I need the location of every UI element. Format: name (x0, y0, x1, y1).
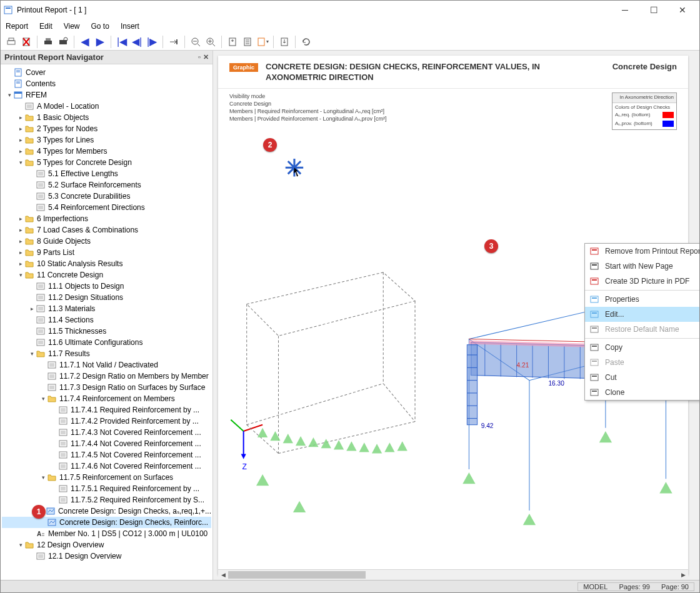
menu-edit[interactable]: Edit (39, 22, 52, 31)
chevron-right-icon[interactable]: ▸ (17, 238, 24, 244)
scroll-left-button[interactable]: ◀ (218, 570, 228, 580)
chevron-down-icon[interactable]: ▾ (6, 92, 13, 98)
tree-item[interactable]: Cover (2, 67, 211, 78)
tree-item[interactable]: ▸6 Imperfections (2, 213, 211, 224)
tree-item[interactable]: 11.7.5.1 Required Reinforcement by ... (2, 483, 211, 494)
scroll-right-button[interactable]: ▶ (678, 570, 688, 580)
printer-button[interactable] (41, 35, 55, 49)
minimize-button[interactable]: ─ (611, 1, 639, 19)
menu-insert[interactable]: Insert (121, 22, 139, 31)
tree-item[interactable]: ▸4 Types for Members (2, 146, 211, 157)
tree-item[interactable]: 11.7.2 Design Ratio on Members by Member (2, 371, 211, 382)
context-menu-item[interactable]: Edit... (585, 307, 700, 322)
chevron-right-icon[interactable]: ▸ (17, 148, 24, 154)
tree-item[interactable]: A Model - Location (2, 101, 211, 112)
page-settings-button[interactable] (241, 35, 254, 49)
zoom-in-button[interactable] (204, 35, 218, 49)
chevron-right-icon[interactable]: ▸ (17, 249, 24, 256)
tree-item[interactable]: 11.5 Thicknesses (2, 326, 211, 337)
tree-item[interactable]: ▸8 Guide Objects (2, 236, 211, 247)
tree-item[interactable]: ▸1 Basic Objects (2, 112, 211, 123)
delete-button[interactable] (19, 35, 33, 49)
context-menu-item[interactable]: Remove from Printout Report (585, 244, 700, 259)
tree-item[interactable]: ▸2 Types for Nodes (2, 123, 211, 134)
tree-item[interactable]: 11.7.5.2 Required Reinforcement by S... (2, 494, 211, 506)
scroll-thumb[interactable] (228, 571, 366, 579)
chevron-right-icon[interactable]: ▸ (17, 137, 24, 143)
print-settings-button[interactable] (56, 35, 70, 49)
menu-view[interactable]: View (64, 22, 80, 31)
refresh-button[interactable] (299, 35, 313, 49)
menu-goto[interactable]: Go to (91, 22, 109, 31)
chevron-down-icon[interactable]: ▾ (39, 474, 47, 481)
tree-item[interactable]: ▸9 Parts List (2, 247, 211, 258)
tree-item[interactable]: ▾11.7 Results (2, 348, 211, 359)
zoom-out-button[interactable] (189, 35, 202, 49)
first-page-button[interactable]: |◀ (115, 35, 129, 49)
close-button[interactable]: ✕ (668, 1, 697, 19)
goto-button[interactable] (167, 35, 181, 49)
tree-item[interactable]: 11.7.3 Design Ratio on Surfaces by Surfa… (2, 382, 211, 393)
tree-item[interactable]: 11.7.4.5 Not Covered Reinforcement ... (2, 449, 211, 461)
tree-item[interactable]: ▾12 Design Overview (2, 539, 211, 551)
tree-item[interactable]: 11.7.4.3 Not Covered Reinforcement ... (2, 427, 211, 438)
tree-item[interactable]: ▾11.7.5 Reinforcement on Surfaces (2, 472, 211, 483)
context-menu-item[interactable]: CopyCtrl+C (585, 340, 700, 355)
navigator-close-icon[interactable]: ✕ (203, 53, 209, 61)
tree-item[interactable]: Contents (2, 78, 211, 89)
tree-item[interactable]: 11.1 Objects to Design (2, 281, 211, 292)
tree-item[interactable]: 5.1 Effective Lengths (2, 168, 211, 179)
tree-item[interactable]: 11.6 Ultimate Configurations (2, 337, 211, 348)
tree-item[interactable]: ▸3 Types for Lines (2, 134, 211, 146)
tree-item[interactable]: ▸7 Load Cases & Combinations (2, 224, 211, 236)
chevron-down-icon[interactable]: ▾ (17, 159, 24, 166)
context-menu-item[interactable]: Create 3D Picture in PDF (585, 274, 700, 289)
horizontal-scrollbar[interactable]: ◀ ▶ (218, 569, 688, 580)
tree-item[interactable]: 12.1 Design Overview (2, 551, 211, 562)
tree-item[interactable]: 11.7.4.6 Not Covered Reinforcement ... (2, 461, 211, 472)
prev-page-button[interactable]: ◀| (130, 35, 144, 49)
tree-item[interactable]: 11.7.4.2 Provided Reinforcement by ... (2, 416, 211, 427)
page-export-button[interactable] (278, 35, 291, 49)
tree-item[interactable]: ▸10 Static Analysis Results (2, 258, 211, 269)
tree-item[interactable]: ▾RFEM (2, 89, 211, 101)
chevron-right-icon[interactable]: ▸ (17, 216, 24, 222)
maximize-button[interactable]: ☐ (639, 1, 668, 19)
tree-item[interactable]: ▾11 Concrete Design (2, 269, 211, 281)
context-menu-item[interactable]: Clone (585, 385, 700, 400)
chevron-right-icon[interactable]: ▸ (28, 306, 36, 312)
tree-item[interactable]: 5.2 Surface Reinforcements (2, 179, 211, 191)
chevron-right-icon[interactable]: ▸ (17, 261, 24, 267)
tree-item[interactable]: ▾5 Types for Concrete Design (2, 157, 211, 168)
chevron-down-icon[interactable]: ▾ (17, 542, 24, 548)
chevron-down-icon[interactable]: ▾ (17, 272, 24, 278)
chevron-right-icon[interactable]: ▸ (17, 227, 24, 233)
next-button[interactable]: ▶ (93, 35, 107, 49)
tree-item[interactable]: 11.7.1 Not Valid / Deactivated (2, 359, 211, 371)
tree-item[interactable]: ▾11.7.4 Reinforcement on Members (2, 393, 211, 404)
tree-item[interactable]: 11.7.4.1 Required Reinforcement by ... (2, 404, 211, 416)
page-options-button[interactable]: ▾ (256, 35, 269, 49)
context-menu-item[interactable]: CutCtrl+X (585, 370, 700, 385)
navigator-pin-icon[interactable]: ▫ (198, 53, 201, 61)
new-page-button[interactable] (226, 35, 239, 49)
tree-item[interactable]: 11.4 Sections (2, 314, 211, 326)
tree-item[interactable]: 11.7.4.4 Not Covered Reinforcement ... (2, 438, 211, 449)
chevron-down-icon[interactable]: ▾ (28, 351, 36, 357)
tree-item[interactable]: 5.3 Concrete Durabilities (2, 191, 211, 202)
context-menu-item[interactable]: Start with New Page (585, 259, 700, 274)
chevron-right-icon[interactable]: ▸ (17, 114, 24, 121)
prev-button[interactable]: ◀ (78, 35, 92, 49)
next-page-button[interactable]: |▶ (145, 35, 159, 49)
chevron-down-icon[interactable]: ▾ (39, 396, 47, 402)
menu-report[interactable]: Report (6, 22, 28, 31)
navigator-tree[interactable]: Cover Contents▾RFEM A Model - Location▸1… (1, 64, 212, 580)
tree-item[interactable]: 5.4 Reinforcement Directions (2, 202, 211, 213)
tree-item[interactable]: 11.2 Design Situations (2, 292, 211, 303)
chevron-right-icon[interactable]: ▸ (17, 126, 24, 132)
print-button[interactable] (4, 35, 18, 49)
tree-item[interactable]: AMember No. 1 | DS5 | CO12 | 3.000 m | U… (2, 528, 211, 539)
context-menu[interactable]: Remove from Printout ReportStart with Ne… (584, 243, 700, 401)
context-menu-item[interactable]: Properties (585, 292, 700, 307)
tree-item[interactable]: ▸11.3 Materials (2, 303, 211, 314)
